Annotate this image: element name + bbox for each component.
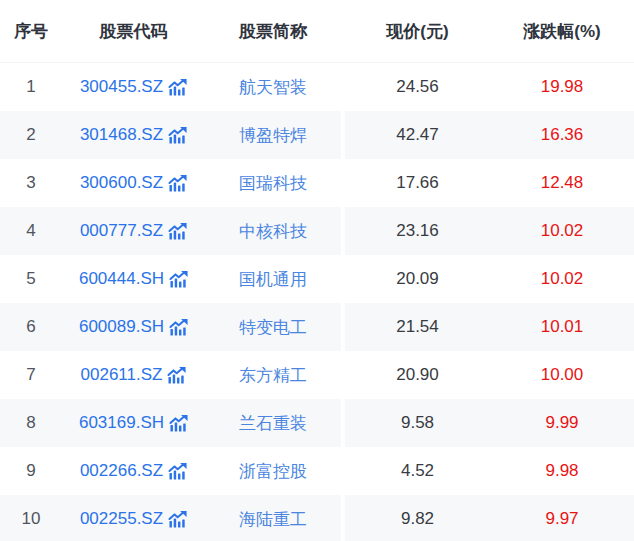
stock-code-link[interactable]: 300455.SZ [80,77,187,97]
stock-code-link[interactable]: 002266.SZ [80,461,187,481]
row-seq: 3 [0,159,62,207]
trend-chart-icon[interactable] [167,367,186,384]
row-seq: 10 [0,495,62,541]
row-scroll-section: 24.56 19.98 [345,63,634,111]
row-seq: 5 [0,255,62,303]
row-scroll-section: 9.82 9.97 [345,495,634,541]
row-price: 21.54 [345,303,490,351]
stock-code-text: 301468.SZ [80,125,163,145]
table-row[interactable]: 9 002266.SZ [0,447,634,495]
row-scroll-section: 4.52 9.98 [345,447,634,495]
row-frozen-section: 1 300455.SZ [0,63,341,111]
stock-code-link[interactable]: 603169.SH [79,413,188,433]
row-frozen-section: 10 002255.SZ [0,495,341,541]
row-seq: 7 [0,351,62,399]
header-price: 现价(元) [345,0,490,62]
row-scroll-section: 20.09 10.02 [345,255,634,303]
row-seq: 9 [0,447,62,495]
header-seq: 序号 [0,0,62,62]
row-scroll-section: 17.66 12.48 [345,159,634,207]
trend-chart-icon[interactable] [168,175,187,192]
row-seq: 8 [0,399,62,447]
row-code-cell: 002266.SZ [62,447,205,495]
stock-name-link[interactable]: 海陆重工 [239,508,307,531]
stock-name-link[interactable]: 浙富控股 [239,460,307,483]
row-code-cell: 002611.SZ [62,351,205,399]
trend-chart-icon[interactable] [169,415,188,432]
row-price: 24.56 [345,63,490,111]
row-change: 12.48 [490,159,634,207]
trend-chart-icon[interactable] [168,127,187,144]
table-row[interactable]: 6 600089.SH [0,303,634,351]
row-seq: 2 [0,111,62,159]
table-row[interactable]: 8 603169.SH [0,399,634,447]
stock-code-link[interactable]: 600089.SH [79,317,188,337]
row-code-cell: 002255.SZ [62,495,205,541]
header-scroll-section: 现价(元) 涨跌幅(%) [345,0,634,62]
row-price: 42.47 [345,111,490,159]
stock-code-text: 002611.SZ [81,365,163,385]
stock-code-link[interactable]: 002255.SZ [80,509,187,529]
header-change: 涨跌幅(%) [490,0,634,62]
row-price: 4.52 [345,447,490,495]
table-row[interactable]: 5 600444.SH [0,255,634,303]
row-code-cell: 000777.SZ [62,207,205,255]
stock-code-link[interactable]: 002611.SZ [81,365,187,385]
trend-chart-icon[interactable] [168,223,187,240]
row-scroll-section: 42.47 16.36 [345,111,634,159]
stock-code-text: 300455.SZ [80,77,163,97]
stock-code-text: 002255.SZ [80,509,163,529]
row-price: 9.58 [345,399,490,447]
row-change: 16.36 [490,111,634,159]
table-row[interactable]: 2 301468.SZ [0,111,634,159]
stock-name-link[interactable]: 国机通用 [239,268,307,291]
trend-chart-icon[interactable] [168,511,187,528]
stock-code-link[interactable]: 000777.SZ [80,221,187,241]
trend-chart-icon[interactable] [169,271,188,288]
table-row[interactable]: 1 300455.SZ [0,63,634,111]
row-frozen-section: 8 603169.SH [0,399,341,447]
row-change: 10.02 [490,255,634,303]
stock-code-link[interactable]: 600444.SH [79,269,188,289]
stock-name-link[interactable]: 兰石重装 [239,412,307,435]
row-code-cell: 600444.SH [62,255,205,303]
stock-name-link[interactable]: 国瑞科技 [239,172,307,195]
row-frozen-section: 5 600444.SH [0,255,341,303]
stock-name-link[interactable]: 博盈特焊 [239,124,307,147]
stock-name-link[interactable]: 特变电工 [239,316,307,339]
row-price: 23.16 [345,207,490,255]
row-code-cell: 301468.SZ [62,111,205,159]
stock-code-text: 002266.SZ [80,461,163,481]
table-row[interactable]: 7 002611.SZ [0,351,634,399]
row-code-cell: 603169.SH [62,399,205,447]
trend-chart-icon[interactable] [168,79,187,96]
table-row[interactable]: 3 300600.SZ [0,159,634,207]
trend-chart-icon[interactable] [168,463,187,480]
stock-code-text: 600444.SH [79,269,164,289]
table-row[interactable]: 4 000777.SZ [0,207,634,255]
row-price: 20.90 [345,351,490,399]
table-body: 1 300455.SZ [0,63,634,541]
row-frozen-section: 7 002611.SZ [0,351,341,399]
stock-code-link[interactable]: 300600.SZ [80,173,187,193]
header-name: 股票简称 [205,0,341,62]
stock-code-text: 603169.SH [79,413,164,433]
stock-name-link[interactable]: 中核科技 [239,220,307,243]
row-change: 9.98 [490,447,634,495]
stock-ranking-table: 序号 股票代码 股票简称 现价(元) 涨跌幅(%) 1 300455.SZ [0,0,634,541]
row-price: 9.82 [345,495,490,541]
header-frozen-section: 序号 股票代码 股票简称 [0,0,341,62]
row-frozen-section: 9 002266.SZ [0,447,341,495]
row-scroll-section: 21.54 10.01 [345,303,634,351]
row-scroll-section: 9.58 9.99 [345,399,634,447]
row-change: 19.98 [490,63,634,111]
stock-name-link[interactable]: 航天智装 [239,76,307,99]
trend-chart-icon[interactable] [169,319,188,336]
table-header: 序号 股票代码 股票简称 现价(元) 涨跌幅(%) [0,0,634,63]
row-change: 10.01 [490,303,634,351]
row-frozen-section: 6 600089.SH [0,303,341,351]
stock-name-link[interactable]: 东方精工 [239,364,307,387]
stock-code-link[interactable]: 301468.SZ [80,125,187,145]
row-change: 9.97 [490,495,634,541]
table-row[interactable]: 10 002255.SZ [0,495,634,541]
